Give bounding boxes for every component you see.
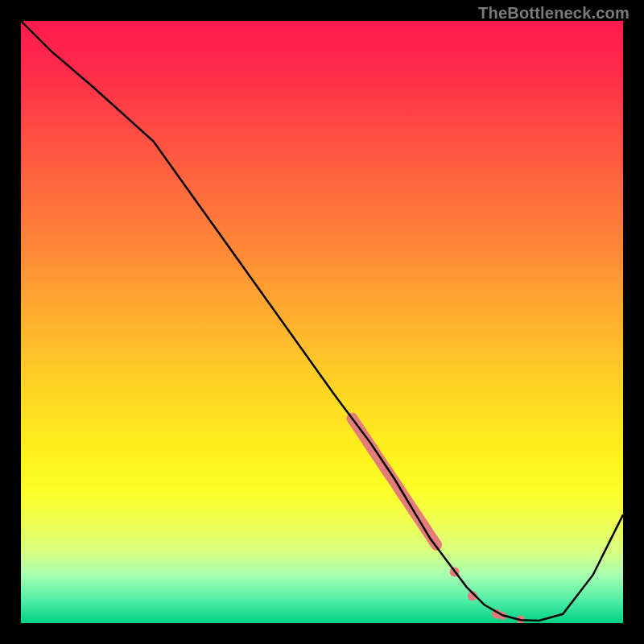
bottleneck-curve xyxy=(21,21,623,621)
plot-area xyxy=(21,21,623,623)
scatter-points xyxy=(352,419,524,623)
chart-svg xyxy=(21,21,623,623)
chart-frame: TheBottleneck.com xyxy=(0,0,644,644)
watermark-text: TheBottleneck.com xyxy=(478,4,630,23)
